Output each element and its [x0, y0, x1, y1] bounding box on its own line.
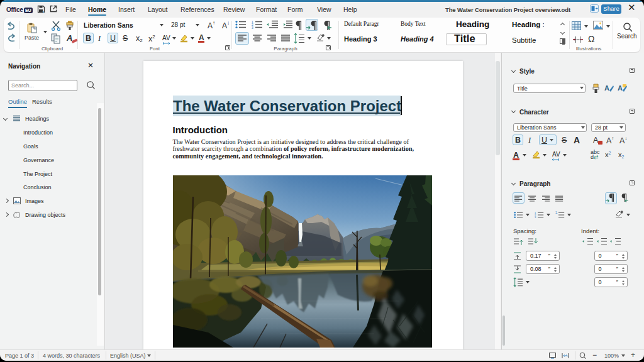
svg-text:1.: 1. [555, 211, 558, 214]
svg-text:3: 3 [535, 216, 536, 219]
svg-text:A: A [618, 84, 623, 92]
svg-text:A: A [604, 84, 609, 92]
svg-text:3: 3 [252, 26, 253, 30]
